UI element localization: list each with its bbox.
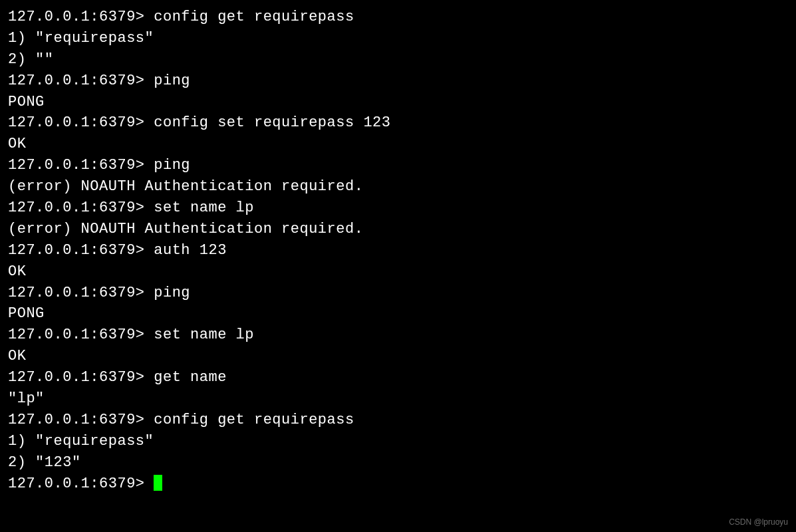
terminal-output[interactable]: 127.0.0.1:6379> config get requirepass1)… — [8, 7, 788, 494]
terminal-command-text: config set requirepass 123 — [154, 114, 390, 131]
terminal-prompt: 127.0.0.1:6379> — [8, 285, 154, 301]
watermark-text: CSDN @lpruoyu — [729, 517, 788, 528]
terminal-output-line: (error) NOAUTH Authentication required. — [8, 219, 788, 240]
terminal-output-text: (error) NOAUTH Authentication required. — [8, 178, 363, 195]
terminal-command-text: auth 123 — [154, 242, 227, 259]
terminal-output-line: 1) "requirepass" — [8, 431, 788, 452]
terminal-output-line: OK — [8, 346, 788, 367]
terminal-prompt: 127.0.0.1:6379> — [8, 475, 154, 492]
terminal-command-line: 127.0.0.1:6379> config get requirepass — [8, 410, 788, 431]
terminal-prompt: 127.0.0.1:6379> — [8, 9, 154, 25]
terminal-command-text: ping — [154, 72, 190, 89]
terminal-output-line: OK — [8, 134, 788, 155]
terminal-output-line: 2) "" — [8, 49, 788, 70]
terminal-command-line: 127.0.0.1:6379> ping — [8, 283, 788, 304]
terminal-command-text: config get requirepass — [154, 9, 354, 25]
terminal-output-text: OK — [8, 348, 26, 364]
terminal-command-line: 127.0.0.1:6379> get name — [8, 367, 788, 388]
terminal-command-text: ping — [154, 285, 190, 301]
terminal-output-line: "lp" — [8, 388, 788, 410]
terminal-command-text: get name — [154, 369, 227, 386]
terminal-command-line: 127.0.0.1:6379> set name lp — [8, 198, 788, 219]
terminal-output-text: OK — [8, 263, 26, 280]
terminal-command-line: 127.0.0.1:6379> ping — [8, 155, 788, 176]
terminal-prompt: 127.0.0.1:6379> — [8, 242, 154, 259]
terminal-command-text: set name lp — [154, 200, 254, 216]
terminal-prompt: 127.0.0.1:6379> — [8, 157, 154, 174]
terminal-output-text: OK — [8, 136, 26, 152]
terminal-command-text: ping — [154, 157, 190, 174]
terminal-command-text: set name lp — [154, 327, 254, 343]
terminal-output-line: (error) NOAUTH Authentication required. — [8, 176, 788, 198]
terminal-command-line: 127.0.0.1:6379> config set requirepass 1… — [8, 112, 788, 134]
terminal-output-text: PONG — [8, 305, 45, 322]
terminal-output-line: 1) "requirepass" — [8, 28, 788, 49]
terminal-prompt: 127.0.0.1:6379> — [8, 369, 154, 386]
cursor-icon — [154, 475, 162, 491]
terminal-command-line: 127.0.0.1:6379> ping — [8, 70, 788, 92]
terminal-output-line: OK — [8, 261, 788, 283]
terminal-output-text: "lp" — [8, 390, 45, 407]
terminal-output-text: PONG — [8, 94, 45, 110]
terminal-output-text: (error) NOAUTH Authentication required. — [8, 221, 363, 237]
terminal-output-text: 1) "requirepass" — [8, 30, 154, 47]
terminal-prompt: 127.0.0.1:6379> — [8, 72, 154, 89]
terminal-command-line: 127.0.0.1:6379> auth 123 — [8, 240, 788, 261]
terminal-output-text: 2) "123" — [8, 454, 81, 471]
terminal-command-line: 127.0.0.1:6379> — [8, 473, 788, 495]
terminal-output-line: 2) "123" — [8, 452, 788, 473]
terminal-output-text: 2) "" — [8, 51, 54, 68]
terminal-prompt: 127.0.0.1:6379> — [8, 412, 154, 428]
terminal-prompt: 127.0.0.1:6379> — [8, 200, 154, 216]
terminal-command-text: config get requirepass — [154, 412, 354, 428]
terminal-output-text: 1) "requirepass" — [8, 433, 154, 450]
terminal-prompt: 127.0.0.1:6379> — [8, 327, 154, 343]
terminal-command-line: 127.0.0.1:6379> config get requirepass — [8, 7, 788, 28]
terminal-prompt: 127.0.0.1:6379> — [8, 114, 154, 131]
terminal-output-line: PONG — [8, 303, 788, 325]
terminal-output-line: PONG — [8, 92, 788, 113]
terminal-command-line: 127.0.0.1:6379> set name lp — [8, 325, 788, 346]
